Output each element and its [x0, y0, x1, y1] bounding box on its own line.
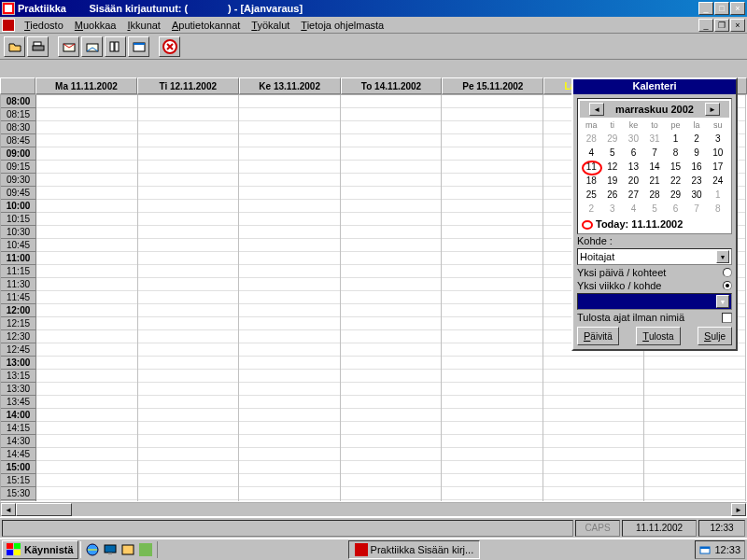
menu-työkalut[interactable]: Työkalut	[246, 19, 295, 32]
menu-aputietokannat[interactable]: Aputietokannat	[166, 19, 246, 32]
caps-indicator: CAPS	[575, 520, 620, 537]
day-header-to[interactable]: To 14.11.2002	[341, 77, 443, 94]
next-month-button[interactable]: ►	[705, 103, 720, 116]
mail-out-button[interactable]	[58, 36, 79, 57]
tray-icon[interactable]	[699, 544, 711, 555]
calendar-day-12[interactable]: 12	[603, 161, 623, 173]
calendar-day-1[interactable]: 1	[708, 189, 727, 201]
calendar-day-10[interactable]: 10	[708, 147, 727, 159]
today-link[interactable]: Today: 11.11.2002	[580, 217, 729, 231]
calendar-day-7[interactable]: 7	[645, 147, 665, 159]
child-close-button[interactable]: ×	[730, 19, 745, 32]
calendar-day-4[interactable]: 4	[582, 147, 601, 159]
kohde-combo[interactable]: Hoitajat▼	[577, 248, 732, 265]
calendar-day-21[interactable]: 21	[645, 175, 665, 187]
columns-button[interactable]	[105, 36, 126, 57]
taskbar: Käynnistä Praktiikka Sisään kirj... 12:3…	[0, 538, 747, 560]
chevron-down-icon[interactable]: ▼	[716, 295, 729, 308]
open-button[interactable]	[4, 36, 25, 57]
quick-launch	[80, 541, 158, 558]
calendar-day-26[interactable]: 26	[603, 189, 623, 201]
calendar-day-5[interactable]: 5	[645, 203, 665, 215]
calendar-day-31[interactable]: 31	[645, 133, 665, 145]
calendar-day-1[interactable]: 1	[666, 133, 685, 145]
menu-tiedosto[interactable]: Tiedosto	[19, 19, 69, 32]
calendar-day-9[interactable]: 9	[687, 147, 707, 159]
scroll-left-button[interactable]: ◄	[1, 503, 16, 516]
calendar-day-3[interactable]: 3	[708, 133, 727, 145]
calendar-day-8[interactable]: 8	[708, 203, 727, 215]
calendar-day-24[interactable]: 24	[708, 175, 727, 187]
app-shortcut-icon[interactable]	[137, 541, 154, 558]
calendar-day-16[interactable]: 16	[687, 161, 707, 173]
menu-tietoja ohjelmasta[interactable]: Tietoja ohjelmasta	[295, 19, 389, 32]
calendar-day-27[interactable]: 27	[624, 189, 643, 201]
calendar-button[interactable]	[128, 36, 149, 57]
calendar-day-2[interactable]: 2	[687, 133, 707, 145]
maximize-button[interactable]: □	[714, 2, 729, 15]
refresh-button[interactable]: Päivitä	[577, 327, 619, 345]
option-day-radio[interactable]	[723, 268, 732, 277]
calendar-day-17[interactable]: 17	[708, 161, 727, 173]
print-button-panel[interactable]: Tulosta	[636, 327, 680, 345]
calendar-day-13[interactable]: 13	[624, 161, 643, 173]
horizontal-scrollbar[interactable]: ◄ ►	[0, 502, 747, 517]
close-button[interactable]: ×	[730, 2, 745, 15]
day-header-pe[interactable]: Pe 15.11.2002	[442, 77, 543, 94]
calendar-day-22[interactable]: 22	[666, 175, 685, 187]
app-title: Praktiikka Sisään kirjautunut: ( ) - [Aj…	[18, 3, 698, 14]
chevron-down-icon[interactable]: ▼	[716, 250, 729, 263]
outlook-icon[interactable]	[120, 541, 136, 558]
calendar-day-14[interactable]: 14	[645, 161, 665, 173]
start-button[interactable]: Käynnistä	[2, 540, 78, 559]
calendar-day-5[interactable]: 5	[603, 147, 623, 159]
calendar-grid[interactable]: matiketopelasu 2829303112345678910111213…	[580, 118, 729, 217]
close-button-panel[interactable]: Sulje	[698, 327, 732, 345]
day-header-ti[interactable]: Ti 12.11.2002	[137, 77, 239, 94]
ie-icon[interactable]	[84, 541, 101, 558]
day-header-ma[interactable]: Ma 11.11.2002	[35, 77, 137, 94]
calendar-day-20[interactable]: 20	[624, 175, 643, 187]
menu-ikkunat[interactable]: Ikkunat	[121, 19, 165, 32]
calendar-day-19[interactable]: 19	[603, 175, 623, 187]
calendar-day-4[interactable]: 4	[624, 203, 643, 215]
day-header-ke[interactable]: Ke 13.11.2002	[239, 77, 341, 94]
secondary-combo[interactable]: ▼	[577, 293, 732, 310]
child-restore-button[interactable]: ❐	[714, 19, 729, 32]
calendar-day-15[interactable]: 15	[666, 161, 685, 173]
calendar-day-28[interactable]: 28	[582, 133, 601, 145]
child-minimize-button[interactable]: _	[698, 19, 713, 32]
scroll-thumb[interactable]	[16, 503, 72, 516]
windows-icon	[7, 543, 21, 556]
svg-rect-13	[7, 543, 13, 549]
calendar-day-8[interactable]: 8	[666, 147, 685, 159]
calendar-day-30[interactable]: 30	[687, 189, 707, 201]
minimize-button[interactable]: _	[698, 2, 713, 15]
desktop-icon[interactable]	[102, 541, 119, 558]
calendar-day-11[interactable]: 11	[582, 161, 601, 173]
scroll-right-button[interactable]: ►	[731, 503, 746, 516]
calendar-day-6[interactable]: 6	[624, 147, 643, 159]
calendar-day-6[interactable]: 6	[666, 203, 685, 215]
prev-month-button[interactable]: ◄	[589, 103, 604, 116]
menu-muokkaa[interactable]: Muokkaa	[69, 19, 122, 32]
calendar-day-2[interactable]: 2	[582, 203, 601, 215]
calendar-day-28[interactable]: 28	[645, 189, 665, 201]
mail-in-button[interactable]	[81, 36, 103, 57]
print-button[interactable]	[27, 36, 49, 57]
calendar-day-29[interactable]: 29	[666, 189, 685, 201]
calendar-day-30[interactable]: 30	[624, 133, 643, 145]
calendar-day-23[interactable]: 23	[687, 175, 707, 187]
calendar-day-18[interactable]: 18	[582, 175, 601, 187]
print-no-names-checkbox[interactable]	[722, 313, 732, 323]
option-week-radio[interactable]	[723, 281, 732, 290]
cancel-button[interactable]	[159, 36, 180, 57]
system-tray[interactable]: 12:33	[695, 540, 745, 559]
calendar-day-7[interactable]: 7	[687, 203, 707, 215]
calendar-day-25[interactable]: 25	[582, 189, 601, 201]
calendar-day-29[interactable]: 29	[603, 133, 623, 145]
doc-icon	[2, 19, 15, 32]
svg-rect-15	[7, 550, 13, 555]
task-button-praktiikka[interactable]: Praktiikka Sisään kirj...	[348, 540, 481, 559]
calendar-day-3[interactable]: 3	[603, 203, 623, 215]
